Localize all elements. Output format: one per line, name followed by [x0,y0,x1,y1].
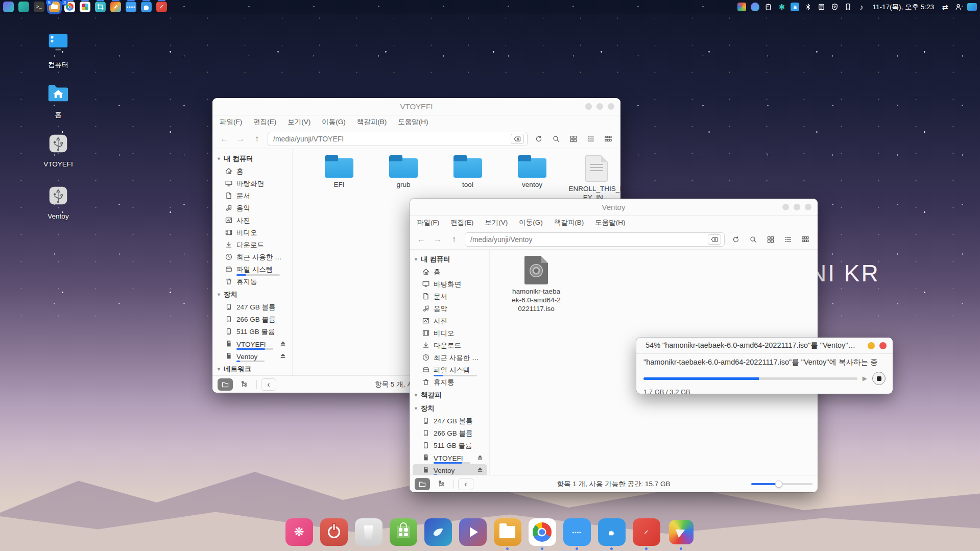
forward-button[interactable]: → [432,234,443,245]
tray-clipboard-icon[interactable] [764,3,773,11]
dock-icon-power[interactable] [320,518,348,550]
dock-icon-files[interactable] [494,518,521,550]
up-button[interactable]: ↑ [448,234,460,245]
menu-보기(V)[interactable]: 보기(V) [288,117,310,127]
sidebar-section-장치[interactable]: ▼장치 [413,402,487,415]
menu-이동(G)[interactable]: 이동(G) [519,218,543,227]
panel-icon-hamonikr-menu[interactable] [3,2,14,12]
tray-swap-icon[interactable]: ⇄ [941,3,949,11]
refresh-icon[interactable] [730,233,742,246]
tray-phone-icon[interactable] [844,3,852,11]
sidebar-section-책갈피[interactable]: ▼책갈피 [413,389,487,402]
panel-icon-chrome[interactable]: 3 [64,2,75,12]
sidebar-item-음악[interactable]: 음악 [413,303,487,315]
collapse-sidebar-button[interactable]: ‹ [261,378,276,391]
file-item-grub[interactable]: grub [375,155,432,189]
compact-view-icon[interactable] [602,133,614,145]
grid-view-icon[interactable] [764,233,777,246]
sidebar-item-파일 시스템[interactable]: 파일 시스템 [413,364,487,376]
sidebar-item-파일 시스템[interactable]: 파일 시스템 [216,263,290,276]
sidebar-item-266 GB 볼륨[interactable]: 266 GB 볼륨 [216,314,290,326]
menu-책갈피(B)[interactable]: 책갈피(B) [357,117,387,127]
menu-편집(E)[interactable]: 편집(E) [253,117,276,127]
panel-icon-terminal[interactable]: >_ [34,2,44,12]
desktop-icon-VTOYEFI[interactable]: VTOYEFI [36,132,80,168]
sidebar-section-네트워크[interactable]: ▼네트워크 [216,363,290,375]
menu-책갈피(B)[interactable]: 책갈피(B) [554,218,584,227]
stop-copy-button[interactable] [872,372,886,385]
tray-notes-icon[interactable] [817,3,826,11]
tree-view-toggle[interactable] [434,478,449,490]
dock-icon-trash[interactable] [355,518,383,550]
sidebar-section-내 컴퓨터[interactable]: ▼내 컴퓨터 [216,152,290,165]
dock-icon-whale[interactable] [424,518,452,550]
clear-path-icon[interactable] [708,234,721,245]
sidebar-item-최근 사용한 …[interactable]: 최근 사용한 … [216,251,290,263]
path-bar[interactable]: /media/yunji/VTOYEFI [268,132,528,146]
tray-workspace-icon[interactable] [967,3,977,11]
tray-asterisk-icon[interactable]: ✱ [777,3,786,11]
maximize-button[interactable] [794,204,800,210]
close-button[interactable] [608,103,614,110]
panel-icon-pencil-red[interactable] [156,2,167,12]
file-item-tool[interactable]: tool [440,155,496,189]
sidebar-item-247 GB 볼륨[interactable]: 247 GB 볼륨 [413,415,487,427]
desktop-icon-Ventoy[interactable]: Ventoy [36,184,80,220]
sidebar-item-511 GB 볼륨[interactable]: 511 GB 볼륨 [216,326,290,338]
tray-ime-a-icon[interactable]: a [791,3,799,11]
tree-view-toggle[interactable] [237,378,252,391]
file-item-ENROLL_THIS_KEY_IN…[interactable]: ENROLL_THIS_KEY_IN… [568,155,620,202]
sidebar-item-바탕화면[interactable]: 바탕화면 [413,278,487,291]
sidebar-item-문서[interactable]: 문서 [413,291,487,303]
minimize-button[interactable] [782,204,789,210]
dock-icon-messenger-dots[interactable]: ▪▪▪▪ [563,518,591,550]
path-bar[interactable]: /media/yunji/Ventoy [465,232,725,247]
sidebar-item-바탕화면[interactable]: 바탕화면 [216,178,290,190]
forward-button[interactable]: → [235,134,246,144]
eject-icon[interactable] [279,352,287,362]
icon-view-toggle[interactable] [218,378,233,391]
back-button[interactable]: ← [416,234,427,245]
dialog-minimize-button[interactable] [868,342,875,349]
dock-icon-chrome[interactable] [529,518,556,550]
sidebar-item-비디오[interactable]: 비디오 [413,327,487,340]
menu-파일(F)[interactable]: 파일(F) [417,218,439,227]
panel-icon-crop-tool[interactable] [95,2,106,12]
titlebar[interactable]: VTOYEFI [212,98,620,115]
minimize-button[interactable] [585,103,592,110]
up-button[interactable]: ↑ [251,134,262,144]
eject-icon[interactable] [279,340,287,349]
tray-bluetooth-icon[interactable] [804,3,812,11]
expand-details-icon[interactable]: ▶ [863,375,867,382]
dialog-titlebar[interactable]: 54% "hamonikr-taebaek-6.0-amd64-20221117… [636,338,893,354]
dock-icon-media-player[interactable] [459,518,487,550]
panel-icon-paint-tool[interactable] [110,2,121,12]
sidebar-item-비디오[interactable]: 비디오 [216,227,290,239]
sidebar-item-다운로드[interactable]: 다운로드 [216,239,290,251]
zoom-slider[interactable] [751,483,812,485]
tray-music-icon[interactable]: ♪ [857,3,866,11]
collapse-sidebar-button[interactable]: ‹ [458,478,473,490]
list-view-icon[interactable] [585,133,597,145]
panel-icon-slack[interactable] [80,2,90,12]
compact-view-icon[interactable] [799,233,811,246]
desktop-icon-컴퓨터[interactable]: 컴퓨터 [36,32,80,69]
menu-도움말(H)[interactable]: 도움말(H) [595,218,625,227]
sidebar-section-장치[interactable]: ▼장치 [216,288,290,301]
refresh-icon[interactable] [533,133,545,145]
tray-paint-icon[interactable] [737,3,746,11]
sidebar-item-홈[interactable]: 홈 [216,165,290,178]
panel-icon-messenger-dots[interactable]: ▪▪▪▪ [126,2,136,12]
panel-icon-files[interactable]: 5 [49,2,60,12]
sidebar-item-VTOYEFI[interactable]: VTOYEFI [413,452,487,464]
file-item-EFI[interactable]: EFI [311,155,367,189]
menu-편집(E)[interactable]: 편집(E) [450,218,473,227]
sidebar-item-VTOYEFI[interactable]: VTOYEFI [216,338,290,350]
close-button[interactable] [805,204,811,210]
sidebar-item-Ventoy[interactable]: Ventoy [216,350,290,363]
tray-user-icon[interactable] [954,3,963,11]
search-icon[interactable] [747,233,759,246]
clock[interactable]: 11-17(목), 오후 5:23 [872,3,934,12]
dock-icon-editor-pencil[interactable] [633,518,660,550]
maximize-button[interactable] [596,103,603,110]
